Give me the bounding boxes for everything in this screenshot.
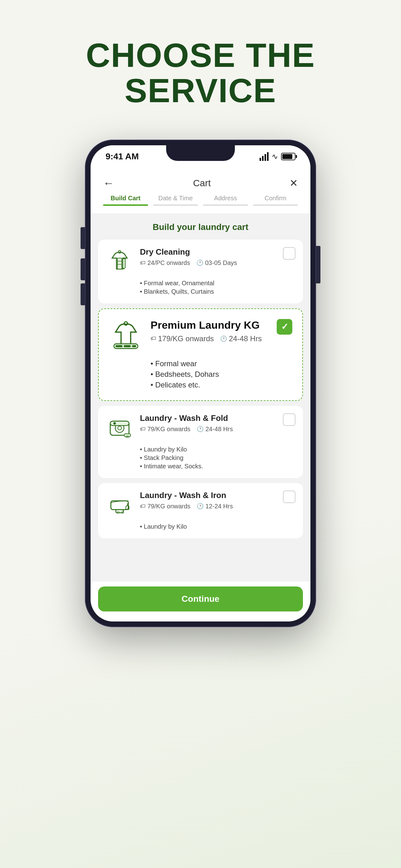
dry-cleaning-icon — [106, 247, 134, 275]
feature-item: Intimate wear, Socks. — [140, 462, 295, 470]
premium-laundry-info: Premium Laundry KG 🏷 179/KG onwards 🕐 24… — [151, 319, 269, 343]
dry-cleaning-features: Formal wear, Ornamental Blankets, Quilts… — [106, 279, 295, 296]
svg-point-0 — [119, 251, 121, 253]
time-icon-premium: 🕐 — [220, 335, 227, 342]
wash-fold-meta: 🏷 79/KG onwards 🕐 24-48 Hrs — [140, 426, 277, 433]
continue-button[interactable]: Continue — [98, 587, 303, 612]
header-title: Cart — [193, 178, 211, 188]
premium-laundry-checkbox[interactable]: ✓ — [277, 319, 292, 335]
time-icon: 🕐 — [196, 259, 203, 266]
wash-fold-info: Laundry - Wash & Fold 🏷 79/KG onwards 🕐 … — [140, 413, 277, 433]
svg-point-11 — [118, 426, 122, 430]
svg-point-20 — [121, 511, 124, 514]
svg-point-21 — [116, 511, 120, 514]
wash-fold-name: Laundry - Wash & Fold — [140, 413, 277, 423]
premium-price: 🏷 179/KG onwards — [151, 334, 214, 343]
status-icons: ∿ — [260, 152, 295, 161]
step-address: Address — [203, 195, 248, 206]
feature-item: Blankets, Quilts, Curtains — [140, 287, 295, 296]
phone-notch — [166, 145, 235, 161]
dry-cleaning-name: Dry Cleaning — [140, 247, 277, 257]
wifi-icon: ∿ — [272, 152, 278, 161]
wash-iron-name: Laundry - Wash & Iron — [140, 491, 277, 500]
service-card-premium-laundry[interactable]: Premium Laundry KG 🏷 179/KG onwards 🕐 24… — [98, 308, 303, 401]
phone-mockup: 9:41 AM ∿ ← Cart ✕ — [85, 140, 316, 627]
step-confirm: Confirm — [253, 195, 298, 206]
wash-iron-meta: 🏷 79/KG onwards 🕐 12-24 Hrs — [140, 503, 277, 510]
wash-fold-time: 🕐 24-48 Hrs — [197, 426, 233, 433]
progress-steps: Build Cart Date & Time Address Confirm — [91, 195, 310, 213]
svg-rect-6 — [115, 345, 123, 347]
signal-icon — [260, 152, 269, 161]
step-bar-confirm — [253, 204, 298, 206]
wash-fold-features: Laundry by Kilo Stack Packing Intimate w… — [106, 445, 295, 470]
wash-iron-info: Laundry - Wash & Iron 🏷 79/KG onwards 🕐 … — [140, 491, 277, 510]
svg-rect-7 — [124, 345, 131, 347]
step-date-time: Date & Time — [153, 195, 198, 206]
step-build-cart: Build Cart — [103, 195, 148, 206]
dry-cleaning-time: 🕐 03-05 Days — [196, 259, 237, 267]
wash-iron-time: 🕐 12-24 Hrs — [197, 503, 233, 510]
battery-icon — [281, 153, 295, 160]
screen-content: ← Cart ✕ Build Cart Date & Time Address — [91, 168, 310, 621]
wash-fold-price: 🏷 79/KG onwards — [140, 426, 191, 433]
wash-fold-checkbox[interactable] — [283, 413, 295, 426]
phone-screen: 9:41 AM ∿ ← Cart ✕ — [91, 145, 310, 621]
service-card-dry-cleaning[interactable]: Dry Cleaning 🏷 24/PC onwards 🕐 03-05 Day… — [98, 240, 303, 303]
feature-item: Laundry by Kilo — [140, 522, 295, 531]
step-label-build-cart: Build Cart — [110, 195, 140, 202]
feature-item: Formal wear, Ornamental — [140, 279, 295, 287]
svg-point-15 — [126, 436, 129, 438]
svg-rect-1 — [118, 258, 122, 269]
dry-cleaning-price: 🏷 24/PC onwards — [140, 259, 190, 267]
feature-item: Formal wear — [151, 359, 292, 369]
feature-item: Delicates etc. — [151, 380, 292, 390]
svg-point-4 — [124, 322, 128, 325]
premium-time: 🕐 24-48 Hrs — [220, 334, 262, 343]
wash-iron-checkbox[interactable] — [283, 491, 295, 503]
step-label-date-time: Date & Time — [158, 195, 193, 202]
dry-cleaning-meta: 🏷 24/PC onwards 🕐 03-05 Days — [140, 259, 277, 267]
close-button[interactable]: ✕ — [290, 177, 298, 189]
dry-cleaning-info: Dry Cleaning 🏷 24/PC onwards 🕐 03-05 Day… — [140, 247, 277, 267]
price-icon-premium: 🏷 — [151, 335, 156, 342]
feature-item: Stack Packing — [140, 454, 295, 462]
premium-laundry-name: Premium Laundry KG — [151, 319, 269, 331]
step-bar-address — [203, 204, 248, 206]
page-title: CHOOSE THE SERVICE — [86, 37, 315, 108]
feature-item: Laundry by Kilo — [140, 445, 295, 454]
wash-iron-icon — [106, 491, 134, 519]
step-bar-date-time — [153, 204, 198, 206]
back-button[interactable]: ← — [103, 177, 114, 190]
step-label-confirm: Confirm — [265, 195, 287, 202]
price-icon: 🏷 — [140, 260, 145, 266]
feature-item: Bedsheets, Dohars — [151, 369, 292, 380]
svg-rect-12 — [110, 421, 129, 426]
svg-rect-8 — [132, 345, 136, 347]
service-card-wash-iron[interactable]: Laundry - Wash & Iron 🏷 79/KG onwards 🕐 … — [98, 483, 303, 538]
step-label-address: Address — [214, 195, 237, 202]
service-card-wash-fold[interactable]: Laundry - Wash & Fold 🏷 79/KG onwards 🕐 … — [98, 406, 303, 478]
app-footer: Continue — [91, 582, 310, 621]
cart-subtitle: Build your laundry cart — [98, 222, 303, 232]
step-bar-build-cart — [103, 204, 148, 206]
premium-laundry-meta: 🏷 179/KG onwards 🕐 24-48 Hrs — [151, 334, 269, 343]
status-time: 9:41 AM — [106, 152, 139, 161]
wash-fold-icon — [106, 413, 134, 441]
premium-laundry-features: Formal wear Bedsheets, Dohars Delicates … — [109, 359, 292, 390]
wash-iron-price: 🏷 79/KG onwards — [140, 503, 191, 510]
wash-iron-features: Laundry by Kilo — [106, 522, 295, 531]
app-header: ← Cart ✕ — [91, 168, 310, 195]
svg-point-13 — [113, 422, 116, 425]
dry-cleaning-checkbox[interactable] — [283, 247, 295, 260]
cart-body: Build your laundry cart — [91, 213, 310, 621]
premium-laundry-icon — [109, 319, 143, 353]
